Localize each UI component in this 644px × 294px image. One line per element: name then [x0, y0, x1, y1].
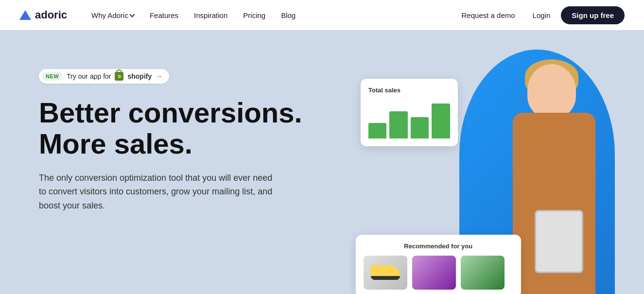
nav-links: Why Adoric Features Inspiration Pricing …: [85, 7, 455, 23]
login-link[interactable]: Login: [526, 7, 557, 23]
bar-4: [432, 104, 450, 138]
hero-left-content: NEW Try our app for S shopify → Better c…: [39, 59, 356, 213]
nav-item-pricing[interactable]: Pricing: [236, 7, 272, 23]
total-sales-card: Total sales: [361, 79, 458, 146]
shoe-icon: [371, 265, 400, 280]
recommended-card: Recommended for you: [356, 235, 521, 294]
chevron-down-icon: [129, 12, 135, 17]
bar-3: [411, 117, 429, 138]
hero-section: NEW Try our app for S shopify → Better c…: [0, 30, 644, 294]
product-item-3: [461, 256, 505, 290]
badge-new-label: NEW: [42, 72, 63, 81]
request-demo-link[interactable]: Request a demo: [455, 7, 522, 23]
shopify-badge[interactable]: NEW Try our app for S shopify →: [39, 69, 169, 84]
shopify-label: shopify: [127, 72, 152, 80]
nav-item-inspiration[interactable]: Inspiration: [187, 7, 234, 23]
tablet-illustration: [535, 210, 583, 273]
brand-name: adoric: [35, 9, 67, 21]
person-body: [513, 113, 595, 294]
signup-button[interactable]: Sign up free: [561, 6, 625, 24]
bar-2: [389, 111, 408, 138]
bar-1: [368, 123, 387, 138]
logo-link[interactable]: adoric: [19, 9, 67, 21]
navbar: adoric Why Adoric Features Inspiration P…: [0, 0, 644, 30]
product-list: [364, 256, 513, 290]
logo-triangle-icon: [19, 10, 31, 20]
nav-item-blog[interactable]: Blog: [274, 7, 302, 23]
product-item-2: [412, 256, 456, 290]
product-item-1: [364, 256, 407, 290]
badge-try-text: Try our app for: [67, 72, 111, 80]
hero-right-visuals: Total sales Recommended for you: [356, 59, 615, 294]
recommended-title: Recommended for you: [364, 242, 513, 250]
sales-chart: [368, 100, 450, 138]
nav-item-why-adoric[interactable]: Why Adoric: [85, 7, 141, 23]
hero-headline: Better conversions. More sales.: [39, 97, 356, 159]
hero-subtext: The only conversion optimization tool th…: [39, 171, 282, 213]
person-head: [527, 64, 576, 118]
shopify-bag-icon: S: [115, 72, 123, 81]
nav-item-features[interactable]: Features: [143, 7, 185, 23]
badge-arrow: →: [156, 72, 162, 80]
nav-right: Request a demo Login Sign up free: [455, 6, 625, 24]
total-sales-title: Total sales: [368, 86, 450, 94]
